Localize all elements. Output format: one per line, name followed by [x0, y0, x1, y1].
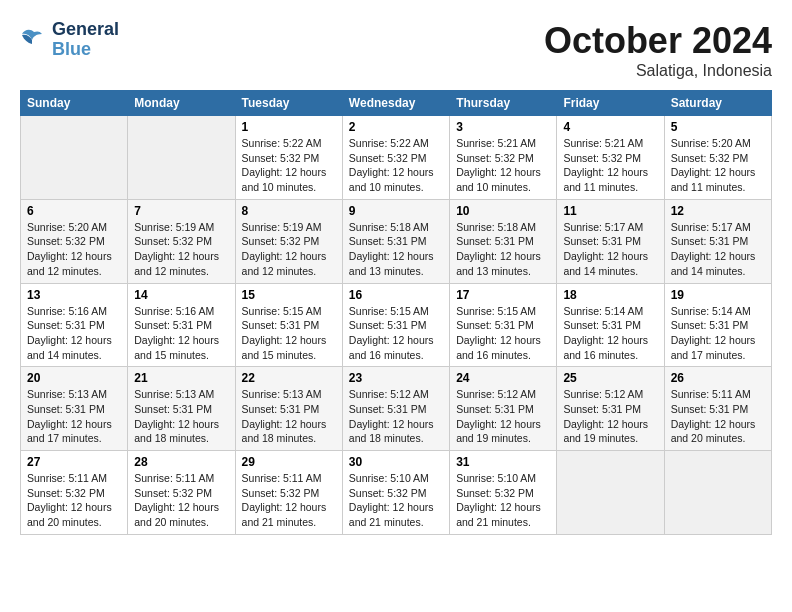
day-info: Sunrise: 5:12 AMSunset: 5:31 PMDaylight:… — [456, 387, 550, 446]
logo-icon — [20, 26, 48, 54]
calendar-cell: 1Sunrise: 5:22 AMSunset: 5:32 PMDaylight… — [235, 116, 342, 200]
calendar-cell: 20Sunrise: 5:13 AMSunset: 5:31 PMDayligh… — [21, 367, 128, 451]
logo-text: General Blue — [52, 20, 119, 60]
day-info: Sunrise: 5:15 AMSunset: 5:31 PMDaylight:… — [349, 304, 443, 363]
weekday-header-monday: Monday — [128, 91, 235, 116]
day-info: Sunrise: 5:21 AMSunset: 5:32 PMDaylight:… — [563, 136, 657, 195]
day-number: 28 — [134, 455, 228, 469]
day-info: Sunrise: 5:13 AMSunset: 5:31 PMDaylight:… — [242, 387, 336, 446]
day-number: 23 — [349, 371, 443, 385]
day-number: 29 — [242, 455, 336, 469]
day-number: 20 — [27, 371, 121, 385]
day-info: Sunrise: 5:13 AMSunset: 5:31 PMDaylight:… — [27, 387, 121, 446]
day-info: Sunrise: 5:11 AMSunset: 5:32 PMDaylight:… — [134, 471, 228, 530]
weekday-header-tuesday: Tuesday — [235, 91, 342, 116]
calendar-cell: 16Sunrise: 5:15 AMSunset: 5:31 PMDayligh… — [342, 283, 449, 367]
calendar-cell — [128, 116, 235, 200]
day-number: 3 — [456, 120, 550, 134]
calendar-cell: 17Sunrise: 5:15 AMSunset: 5:31 PMDayligh… — [450, 283, 557, 367]
weekday-header-friday: Friday — [557, 91, 664, 116]
day-info: Sunrise: 5:10 AMSunset: 5:32 PMDaylight:… — [349, 471, 443, 530]
calendar-table: SundayMondayTuesdayWednesdayThursdayFrid… — [20, 90, 772, 535]
calendar-cell: 11Sunrise: 5:17 AMSunset: 5:31 PMDayligh… — [557, 199, 664, 283]
calendar-week-5: 27Sunrise: 5:11 AMSunset: 5:32 PMDayligh… — [21, 451, 772, 535]
title-block: October 2024 Salatiga, Indonesia — [544, 20, 772, 80]
day-number: 6 — [27, 204, 121, 218]
calendar-cell: 9Sunrise: 5:18 AMSunset: 5:31 PMDaylight… — [342, 199, 449, 283]
day-info: Sunrise: 5:18 AMSunset: 5:31 PMDaylight:… — [349, 220, 443, 279]
day-number: 4 — [563, 120, 657, 134]
day-number: 7 — [134, 204, 228, 218]
day-info: Sunrise: 5:22 AMSunset: 5:32 PMDaylight:… — [242, 136, 336, 195]
day-info: Sunrise: 5:16 AMSunset: 5:31 PMDaylight:… — [134, 304, 228, 363]
day-number: 18 — [563, 288, 657, 302]
calendar-week-3: 13Sunrise: 5:16 AMSunset: 5:31 PMDayligh… — [21, 283, 772, 367]
weekday-header-thursday: Thursday — [450, 91, 557, 116]
day-number: 24 — [456, 371, 550, 385]
day-info: Sunrise: 5:12 AMSunset: 5:31 PMDaylight:… — [349, 387, 443, 446]
calendar-header-row: SundayMondayTuesdayWednesdayThursdayFrid… — [21, 91, 772, 116]
day-number: 1 — [242, 120, 336, 134]
calendar-cell: 31Sunrise: 5:10 AMSunset: 5:32 PMDayligh… — [450, 451, 557, 535]
calendar-cell — [664, 451, 771, 535]
weekday-header-sunday: Sunday — [21, 91, 128, 116]
day-number: 12 — [671, 204, 765, 218]
day-number: 5 — [671, 120, 765, 134]
calendar-cell: 13Sunrise: 5:16 AMSunset: 5:31 PMDayligh… — [21, 283, 128, 367]
calendar-week-2: 6Sunrise: 5:20 AMSunset: 5:32 PMDaylight… — [21, 199, 772, 283]
day-number: 11 — [563, 204, 657, 218]
calendar-cell: 12Sunrise: 5:17 AMSunset: 5:31 PMDayligh… — [664, 199, 771, 283]
day-number: 30 — [349, 455, 443, 469]
day-info: Sunrise: 5:15 AMSunset: 5:31 PMDaylight:… — [456, 304, 550, 363]
day-number: 13 — [27, 288, 121, 302]
day-info: Sunrise: 5:13 AMSunset: 5:31 PMDaylight:… — [134, 387, 228, 446]
day-info: Sunrise: 5:15 AMSunset: 5:31 PMDaylight:… — [242, 304, 336, 363]
page-header: General Blue October 2024 Salatiga, Indo… — [20, 20, 772, 80]
day-number: 10 — [456, 204, 550, 218]
day-number: 16 — [349, 288, 443, 302]
calendar-week-4: 20Sunrise: 5:13 AMSunset: 5:31 PMDayligh… — [21, 367, 772, 451]
day-number: 22 — [242, 371, 336, 385]
day-info: Sunrise: 5:12 AMSunset: 5:31 PMDaylight:… — [563, 387, 657, 446]
calendar-cell: 7Sunrise: 5:19 AMSunset: 5:32 PMDaylight… — [128, 199, 235, 283]
calendar-cell — [557, 451, 664, 535]
calendar-cell: 15Sunrise: 5:15 AMSunset: 5:31 PMDayligh… — [235, 283, 342, 367]
calendar-cell: 19Sunrise: 5:14 AMSunset: 5:31 PMDayligh… — [664, 283, 771, 367]
calendar-cell: 2Sunrise: 5:22 AMSunset: 5:32 PMDaylight… — [342, 116, 449, 200]
day-info: Sunrise: 5:19 AMSunset: 5:32 PMDaylight:… — [242, 220, 336, 279]
calendar-cell: 28Sunrise: 5:11 AMSunset: 5:32 PMDayligh… — [128, 451, 235, 535]
calendar-cell: 5Sunrise: 5:20 AMSunset: 5:32 PMDaylight… — [664, 116, 771, 200]
calendar-cell — [21, 116, 128, 200]
calendar-cell: 24Sunrise: 5:12 AMSunset: 5:31 PMDayligh… — [450, 367, 557, 451]
day-info: Sunrise: 5:11 AMSunset: 5:32 PMDaylight:… — [27, 471, 121, 530]
day-info: Sunrise: 5:17 AMSunset: 5:31 PMDaylight:… — [671, 220, 765, 279]
day-number: 17 — [456, 288, 550, 302]
day-info: Sunrise: 5:11 AMSunset: 5:31 PMDaylight:… — [671, 387, 765, 446]
month-title: October 2024 — [544, 20, 772, 62]
calendar-cell: 27Sunrise: 5:11 AMSunset: 5:32 PMDayligh… — [21, 451, 128, 535]
calendar-cell: 4Sunrise: 5:21 AMSunset: 5:32 PMDaylight… — [557, 116, 664, 200]
calendar-cell: 21Sunrise: 5:13 AMSunset: 5:31 PMDayligh… — [128, 367, 235, 451]
day-info: Sunrise: 5:11 AMSunset: 5:32 PMDaylight:… — [242, 471, 336, 530]
calendar-cell: 10Sunrise: 5:18 AMSunset: 5:31 PMDayligh… — [450, 199, 557, 283]
day-info: Sunrise: 5:21 AMSunset: 5:32 PMDaylight:… — [456, 136, 550, 195]
calendar-cell: 18Sunrise: 5:14 AMSunset: 5:31 PMDayligh… — [557, 283, 664, 367]
calendar-cell: 30Sunrise: 5:10 AMSunset: 5:32 PMDayligh… — [342, 451, 449, 535]
calendar-cell: 8Sunrise: 5:19 AMSunset: 5:32 PMDaylight… — [235, 199, 342, 283]
day-info: Sunrise: 5:16 AMSunset: 5:31 PMDaylight:… — [27, 304, 121, 363]
day-info: Sunrise: 5:14 AMSunset: 5:31 PMDaylight:… — [671, 304, 765, 363]
weekday-header-wednesday: Wednesday — [342, 91, 449, 116]
day-number: 25 — [563, 371, 657, 385]
calendar-cell: 3Sunrise: 5:21 AMSunset: 5:32 PMDaylight… — [450, 116, 557, 200]
calendar-cell: 23Sunrise: 5:12 AMSunset: 5:31 PMDayligh… — [342, 367, 449, 451]
day-number: 2 — [349, 120, 443, 134]
location: Salatiga, Indonesia — [544, 62, 772, 80]
day-number: 9 — [349, 204, 443, 218]
day-number: 31 — [456, 455, 550, 469]
calendar-week-1: 1Sunrise: 5:22 AMSunset: 5:32 PMDaylight… — [21, 116, 772, 200]
logo: General Blue — [20, 20, 119, 60]
calendar-cell: 26Sunrise: 5:11 AMSunset: 5:31 PMDayligh… — [664, 367, 771, 451]
calendar-cell: 25Sunrise: 5:12 AMSunset: 5:31 PMDayligh… — [557, 367, 664, 451]
calendar-cell: 22Sunrise: 5:13 AMSunset: 5:31 PMDayligh… — [235, 367, 342, 451]
day-info: Sunrise: 5:20 AMSunset: 5:32 PMDaylight:… — [27, 220, 121, 279]
